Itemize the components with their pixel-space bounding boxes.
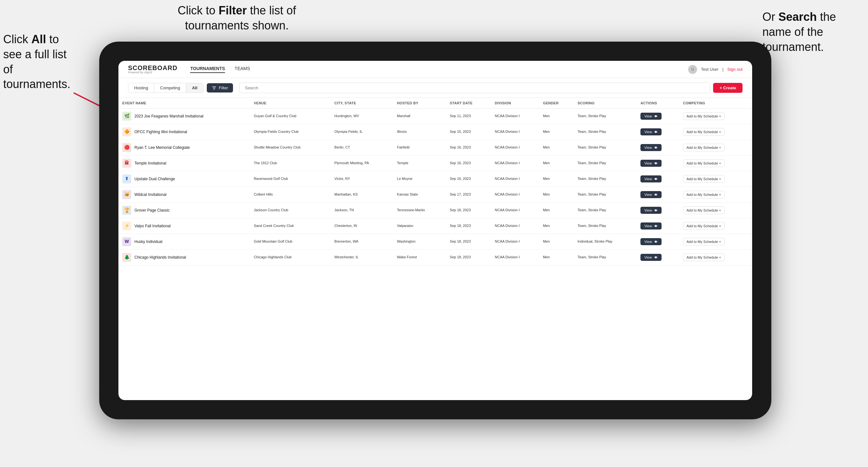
actions-cell: View [637, 250, 679, 266]
division-cell: NCAA Division I [491, 108, 539, 124]
event-name-text: Ryan T. Lee Memorial Collegiate [134, 145, 190, 150]
gender-cell: Men [539, 156, 574, 171]
city-state-cell: Bremerton, WA [331, 234, 393, 250]
view-btn[interactable]: View [641, 144, 661, 151]
scoring-cell: Team, Stroke Play [574, 203, 637, 218]
city-state-cell: Victor, NY [331, 171, 393, 187]
col-scoring: SCORING [574, 98, 637, 108]
start-date-cell: Sep 11, 2023 [446, 108, 491, 124]
table-header: EVENT NAME VENUE CITY, STATE HOSTED BY S… [118, 98, 752, 108]
start-date-cell: Sep 18, 2023 [446, 234, 491, 250]
hosted-by-cell: Le Moyne [393, 171, 446, 187]
add-to-schedule-btn[interactable]: Add to My Schedule + [683, 159, 724, 167]
hosted-by-cell: Wake Forest [393, 250, 446, 266]
eye-icon [654, 114, 658, 118]
venue-cell: Jackson Country Club [250, 203, 331, 218]
event-name-cell: 🏛 Temple Invitational [122, 159, 246, 168]
table-container: EVENT NAME VENUE CITY, STATE HOSTED BY S… [118, 98, 752, 400]
event-name-cell: ⬆ Upstate Dual Challenge [122, 175, 246, 183]
event-name-cell: 🐱 Wildcat Invitational [122, 190, 246, 199]
event-name-cell: 🔶 OFCC Fighting Illini Invitational [122, 127, 246, 136]
competing-cell: Add to My Schedule + [679, 140, 752, 156]
start-date-cell: Sep 16, 2023 [446, 140, 491, 156]
search-input[interactable] [239, 83, 710, 93]
venue-cell: Guyan Golf & Country Club [250, 108, 331, 124]
event-name-text: Upstate Dual Challenge [134, 176, 175, 182]
division-cell: NCAA Division I [491, 156, 539, 171]
division-cell: NCAA Division I [491, 140, 539, 156]
view-btn[interactable]: View [641, 113, 661, 120]
event-name-text: Grover Page Classic [134, 208, 169, 213]
view-btn[interactable]: View [641, 128, 661, 135]
col-competing: COMPETING [679, 98, 752, 108]
header-divider: | [722, 67, 723, 72]
view-btn[interactable]: View [641, 207, 661, 214]
add-to-schedule-btn[interactable]: Add to My Schedule + [683, 222, 724, 230]
gender-cell: Men [539, 187, 574, 203]
division-cell: NCAA Division I [491, 250, 539, 266]
city-state-cell: Jackson, TN [331, 203, 393, 218]
add-to-schedule-btn[interactable]: Add to My Schedule + [683, 253, 724, 261]
start-date-cell: Sep 18, 2023 [446, 250, 491, 266]
actions-cell: View [637, 187, 679, 203]
signout-link[interactable]: Sign out [727, 67, 743, 72]
team-logo: 🌿 [122, 112, 131, 121]
add-to-schedule-btn[interactable]: Add to My Schedule + [683, 128, 724, 136]
add-to-schedule-btn[interactable]: Add to My Schedule + [683, 112, 724, 120]
add-to-schedule-btn[interactable]: Add to My Schedule + [683, 144, 724, 151]
scoring-cell: Team, Stroke Play [574, 171, 637, 187]
view-btn[interactable]: View [641, 176, 661, 182]
view-btn[interactable]: View [641, 222, 661, 229]
svg-point-9 [655, 116, 656, 117]
actions-cell: View [637, 124, 679, 140]
scoring-cell: Team, Stroke Play [574, 250, 637, 266]
svg-point-17 [655, 241, 656, 243]
event-name-text: Wildcat Invitational [134, 192, 166, 197]
table-row: 🏛 Temple Invitational The 1912 ClubPlymo… [118, 156, 752, 171]
col-start-date: START DATE [446, 98, 491, 108]
competing-filter-btn[interactable]: Competing [154, 83, 186, 93]
city-state-cell: Plymouth Meeting, PA [331, 156, 393, 171]
view-btn[interactable]: View [641, 238, 661, 245]
nav-tab-tournaments[interactable]: TOURNAMENTS [190, 66, 225, 73]
competing-cell: Add to My Schedule + [679, 156, 752, 171]
actions-cell: View [637, 203, 679, 218]
nav-tab-teams[interactable]: TEAMS [235, 66, 250, 73]
all-filter-btn[interactable]: All [186, 83, 203, 93]
event-name-cell: 🌿 2023 Joe Feaganes Marshall Invitationa… [122, 112, 246, 121]
event-name-cell: 🌲 Chicago Highlands Invitational [122, 253, 246, 262]
view-btn[interactable]: View [641, 254, 661, 261]
event-name-text: OFCC Fighting Illini Invitational [134, 129, 187, 135]
eye-icon [654, 161, 658, 165]
event-name-cell: 🏆 Grover Page Classic [122, 206, 246, 215]
add-to-schedule-btn[interactable]: Add to My Schedule + [683, 238, 724, 246]
toolbar: Hosting Competing All Filter + Create [118, 78, 752, 98]
venue-cell: The 1912 Club [250, 156, 331, 171]
table-row: ⬆ Upstate Dual Challenge Ravenwood Golf … [118, 171, 752, 187]
table-row: 🔴 Ryan T. Lee Memorial Collegiate Shuttl… [118, 140, 752, 156]
team-logo: ⚡ [122, 221, 131, 230]
actions-cell: View [637, 140, 679, 156]
city-state-cell: Westchester, IL [331, 250, 393, 266]
view-btn[interactable]: View [641, 191, 661, 198]
event-name-cell: ⚡ Valpo Fall Invitational [122, 221, 246, 230]
table-body: 🌿 2023 Joe Feaganes Marshall Invitationa… [118, 108, 752, 266]
add-to-schedule-btn[interactable]: Add to My Schedule + [683, 191, 724, 198]
create-btn[interactable]: + Create [713, 83, 743, 93]
filter-icon [212, 86, 216, 90]
logo-sub: Powered by clipp'd [128, 71, 177, 74]
add-to-schedule-btn[interactable]: Add to My Schedule + [683, 175, 724, 183]
hosting-filter-btn[interactable]: Hosting [128, 83, 154, 93]
hosted-by-cell: Valparaiso [393, 218, 446, 234]
start-date-cell: Sep 16, 2023 [446, 171, 491, 187]
add-to-schedule-btn[interactable]: Add to My Schedule + [683, 207, 724, 214]
annotation-center: Click to Filter the list of tournaments … [160, 3, 314, 33]
filter-btn-group: Hosting Competing All [128, 83, 204, 93]
svg-point-13 [655, 178, 656, 180]
view-btn[interactable]: View [641, 160, 661, 167]
hosted-by-cell: Kansas State [393, 187, 446, 203]
competing-cell: Add to My Schedule + [679, 108, 752, 124]
event-name-text: Valpo Fall Invitational [134, 223, 170, 229]
filter-toggle-btn[interactable]: Filter [207, 83, 233, 93]
header-right: U Test User | Sign out [688, 65, 743, 74]
